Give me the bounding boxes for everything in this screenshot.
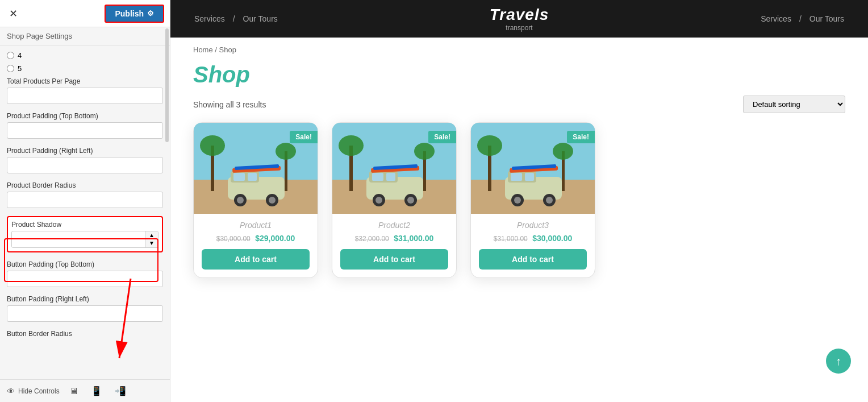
svg-point-51 [546,197,553,204]
button-padding-tb-input[interactable]: 14 [7,271,163,287]
svg-rect-12 [233,173,245,181]
button-padding-rl-field: Button Padding (Right Left) 16 [7,295,163,322]
product-card-2: Sale! [332,122,457,278]
total-products-input[interactable]: 9 [7,88,163,104]
product-padding-tb-input[interactable]: 12 [7,122,163,139]
spinner-up[interactable]: ▲ [145,231,158,239]
original-price-3: $31,000.00 [494,235,528,243]
total-products-label: Total Products Per Page [7,77,163,85]
radio-row-5: 5 [7,64,163,73]
nav-right-links: Services / Our Tours [760,14,845,23]
site-title: Travels [490,6,549,24]
nav-left-links: Services / Our Tours [193,14,279,23]
svg-point-7 [200,135,225,156]
product-body-1: Product1 $30,000.00 $29,000.00 Add to ca… [194,214,318,277]
sale-badge-2: Sale! [428,131,456,143]
svg-point-26 [414,143,435,160]
nav-tours-right: Our Tours [809,14,844,23]
publish-button[interactable]: Publish ⚙ [105,5,164,23]
product-padding-tb-field: Product Padding (Top Bottom) 12 [7,112,163,139]
site-title-area: Travels transport [490,6,549,32]
radio-5[interactable] [7,65,14,72]
product-body-3: Product3 $31,000.00 $30,000.00 Add to ca… [471,214,595,277]
svg-point-15 [237,197,244,204]
svg-point-34 [407,197,414,204]
nav-tours-left: Our Tours [243,14,278,23]
svg-point-9 [276,143,296,160]
button-padding-tb-label: Button Padding (Top Bottom) [7,260,163,268]
button-padding-rl-input[interactable]: 16 [7,305,163,322]
scroll-top-icon: ↑ [836,355,841,368]
add-to-cart-2[interactable]: Add to cart [340,249,448,270]
panel-bottom: 👁 Hide Controls 🖥 📱 📲 [0,379,170,402]
radio-row-4: 4 [7,51,163,60]
scrollbar[interactable] [165,28,169,142]
product-shadow-spinner: 48 ▲ ▼ [11,231,158,248]
product-shadow-input[interactable]: 48 [12,232,145,247]
gear-icon: ⚙ [147,9,154,18]
product-border-radius-field: Product Border Radius 25 [7,181,163,208]
product-border-radius-label: Product Border Radius [7,181,163,189]
add-to-cart-1[interactable]: Add to cart [202,249,310,270]
product-name-3: Product3 [479,221,587,230]
button-border-radius-field: Button Border Radius [7,330,163,338]
publish-label: Publish [115,9,144,18]
shop-heading: Shop [170,57,868,96]
close-button[interactable]: ✕ [6,6,21,21]
sale-price-3: $30,000.00 [532,234,572,243]
svg-point-43 [553,143,573,160]
preview-panel: Services / Our Tours Travels transport S… [170,0,868,402]
original-price-2: $32,000.00 [355,235,389,243]
original-price-1: $30,000.00 [216,235,251,243]
product-name-2: Product2 [340,221,448,230]
mobile-view-button[interactable]: 📲 [112,384,129,397]
panel-title: Shop Page Settings [0,27,170,45]
svg-point-49 [514,197,521,204]
top-bar: ✕ Publish ⚙ [0,0,170,27]
panel-content: 4 5 Total Products Per Page 9 Product Pa… [0,45,170,379]
nav-separator-left: / [233,14,235,23]
nav-services-left: Services [194,14,225,23]
svg-rect-29 [372,173,383,181]
site-nav: Services / Our Tours Travels transport S… [170,0,868,38]
radio-4[interactable] [7,52,14,59]
product-padding-rl-input[interactable]: 8 [7,157,163,173]
button-padding-tb-field: Button Padding (Top Bottom) 14 [7,260,163,287]
sale-badge-3: Sale! [567,131,595,143]
svg-rect-13 [248,173,257,181]
shop-toolbar: Showing all 3 results Default sorting So… [170,96,868,122]
product-body-2: Product2 $32,000.00 $31,000.00 Add to ca… [332,214,456,277]
product-padding-rl-field: Product Padding (Right Left) 8 [7,147,163,173]
product-card-3: Sale! [470,122,595,278]
product-card-1: Sale! [193,122,318,278]
product-shadow-label: Product Shadow [11,221,158,229]
product-border-radius-input[interactable]: 25 [7,192,163,208]
svg-point-32 [375,197,382,204]
spinner-buttons: ▲ ▼ [145,231,158,247]
svg-rect-47 [525,173,534,181]
desktop-view-button[interactable]: 🖥 [66,385,81,397]
radio-5-label: 5 [18,64,22,73]
hide-controls-button[interactable]: 👁 Hide Controls [7,387,60,396]
add-to-cart-3[interactable]: Add to cart [479,249,587,270]
radio-4-label: 4 [18,51,22,60]
svg-point-41 [477,135,502,156]
product-prices-2: $32,000.00 $31,000.00 [340,233,448,243]
eye-icon: 👁 [7,387,15,396]
products-grid: Sale! [170,122,868,295]
svg-point-24 [339,135,364,156]
product-prices-3: $31,000.00 $30,000.00 [479,233,587,243]
results-count: Showing all 3 results [193,100,266,109]
nav-services-right: Services [761,14,791,23]
product-padding-tb-label: Product Padding (Top Bottom) [7,112,163,120]
settings-panel: ✕ Publish ⚙ Shop Page Settings 4 5 Total… [0,0,170,402]
sort-select[interactable]: Default sorting Sort by popularity Sort … [743,96,845,113]
spinner-down[interactable]: ▼ [145,239,158,247]
product-padding-rl-label: Product Padding (Right Left) [7,147,163,155]
hide-controls-label: Hide Controls [18,387,60,395]
tablet-view-button[interactable]: 📱 [88,384,105,397]
product-prices-1: $30,000.00 $29,000.00 [202,233,310,243]
scroll-to-top-button[interactable]: ↑ [826,349,851,374]
total-products-field: Total Products Per Page 9 [7,77,163,104]
svg-rect-30 [386,173,395,181]
